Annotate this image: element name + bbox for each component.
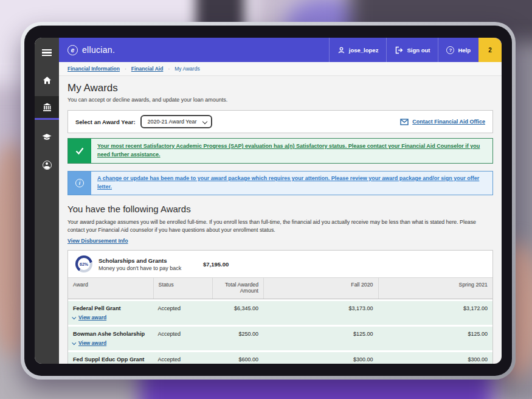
contact-financial-aid-link[interactable]: Contact Financial Aid Office [400,119,485,125]
award-total: $6,345.00 [212,301,263,325]
sign-out-button[interactable]: Sign out [386,38,438,62]
chevron-down-icon [202,119,207,124]
award-fall: $3,173.00 [263,301,378,325]
info-icon-block: i [68,172,91,195]
award-year-select[interactable]: 2020-21 Award Year [140,115,213,128]
user-icon [337,46,345,54]
help-button[interactable]: ? Help [438,38,478,62]
view-award-link[interactable]: View award [73,314,148,321]
info-icon: i [75,179,84,187]
tablet-screen: e ellucian. jose_lopez [35,38,502,364]
award-year-panel: Select an Award Year: 2020-21 Award Year… [67,110,493,133]
awards-description: Your award package assumes you will be e… [67,218,493,234]
award-package-alert: i A change or update has been made to yo… [67,171,493,195]
help-label: Help [458,47,471,54]
summary-title: Scholarships and Grants [98,257,203,264]
percent-ring-icon: 62% [75,255,92,272]
award-name: Federal Pell Grant [73,305,148,311]
table-row: Fed Suppl Educ Opp Grant View award Acce… [68,352,492,364]
scene: e ellucian. jose_lopez [0,0,532,399]
summary-total: $7,195.00 [203,261,229,268]
success-icon-block [68,139,91,163]
sidebar-item-academics[interactable] [35,126,59,148]
award-name: Bowman Ashe Scholarship [73,331,148,337]
award-total: $600.00 [212,352,263,364]
column-total-awarded: Total Awarded Amount [212,278,263,299]
award-name: Fed Suppl Educ Opp Grant [73,356,148,363]
page-subtitle: You can accept or decline awards, and up… [67,97,493,103]
award-year-selected: 2020-21 Award Year [148,119,197,125]
profile-icon [43,161,52,170]
percent-value: 62% [75,255,92,272]
breadcrumb-my-awards: My Awards [174,66,199,72]
awards-table-header: Award Status Total Awarded Amount Fall 2… [68,278,492,299]
view-award-link[interactable]: View award [73,340,148,346]
home-icon [43,76,52,85]
breadcrumb-financial-information[interactable]: Financial Information [67,66,120,72]
award-fall: $125.00 [263,327,378,350]
column-award: Award [68,278,153,299]
award-spring: $3,172.00 [378,301,492,325]
breadcrumb: Financial Information · Financial Aid · … [59,62,502,76]
menu-button[interactable] [35,41,59,63]
chevron-down-icon [72,341,76,345]
award-status: Accepted [153,327,213,350]
institution-icon [43,103,52,111]
main-area: e ellucian. jose_lopez [59,38,502,364]
sidebar-item-institution[interactable] [35,96,59,120]
hamburger-icon [42,49,52,56]
column-status: Status [153,278,213,299]
top-navigation-bar: e ellucian. jose_lopez [59,38,502,62]
table-row: Federal Pell Grant View award Accepted $… [68,301,492,325]
page-title: My Awards [67,82,493,94]
envelope-icon [400,119,409,125]
awards-panel: 62% Scholarships and Grants Money you do… [67,250,493,364]
scholarships-summary: 62% Scholarships and Grants Money you do… [68,251,492,278]
award-total: $250.00 [212,327,263,350]
notification-badge[interactable]: 2 [478,38,502,62]
page-content: My Awards You can accept or decline awar… [59,76,502,364]
sap-status-alert: Your most recent Satisfactory Academic P… [67,138,493,164]
contact-financial-aid-label: Contact Financial Aid Office [412,119,485,125]
summary-subtitle: Money you don't have to pay back [98,265,203,271]
notification-count: 2 [488,47,492,54]
awards-heading: You have the following Awards [67,204,493,214]
brand-name: ellucian. [82,45,115,55]
table-row: Bowman Ashe Scholarship View award Accep… [68,327,492,350]
view-award-label: View award [78,340,106,346]
view-disbursement-link[interactable]: View Disbursement Info [67,238,128,244]
award-status: Accepted [153,301,213,325]
award-year-label: Select an Award Year: [75,119,136,125]
award-status: Accepted [153,352,213,364]
award-package-link[interactable]: A change or update has been made to your… [91,172,492,195]
sidebar-item-home[interactable] [35,69,59,91]
sign-out-label: Sign out [407,47,430,54]
award-spring: $125.00 [378,327,492,350]
username: jose_lopez [349,47,379,54]
award-spring: $300.00 [378,352,492,364]
award-fall: $300.00 [263,352,378,364]
topbar-actions: jose_lopez Sign out ? Help [329,38,502,62]
column-spring-2021: Spring 2021 [378,278,492,299]
sap-status-link[interactable]: Your most recent Satisfactory Academic P… [91,139,492,162]
breadcrumb-financial-aid[interactable]: Financial Aid [131,66,164,72]
breadcrumb-separator: · [168,66,170,72]
sidebar-item-profile[interactable] [35,154,59,176]
checkmark-icon [75,147,85,155]
column-fall-2020: Fall 2020 [263,278,378,299]
chevron-down-icon [72,315,76,319]
sign-out-icon [395,46,403,54]
view-award-label: View award [78,314,106,321]
user-menu[interactable]: jose_lopez [329,38,387,62]
tablet-device: e ellucian. jose_lopez [21,22,516,380]
ellucian-logo-icon: e [67,45,78,55]
breadcrumb-separator: · [125,66,126,72]
help-icon: ? [446,46,454,54]
graduation-cap-icon [42,133,52,141]
sidebar [35,38,59,364]
brand: e ellucian. [59,45,115,55]
